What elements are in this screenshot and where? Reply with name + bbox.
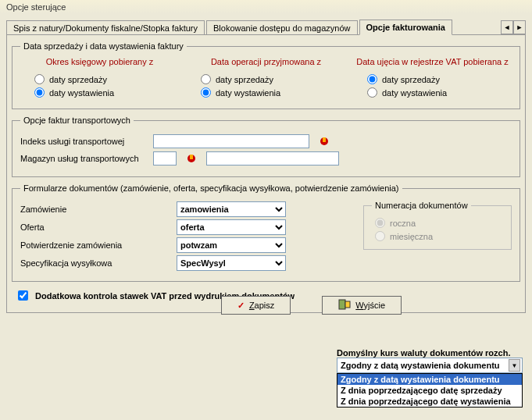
lookup-icon-2[interactable] (184, 151, 198, 166)
input-magazyn-uslug[interactable] (153, 151, 177, 166)
exit-button-label: Wyjście (355, 301, 385, 310)
label-zamowienie: Zamówienie (20, 205, 177, 214)
select-oferta[interactable]: oferta (177, 219, 286, 235)
radio-okres-sprz[interactable]: daty sprzedaży (34, 74, 179, 84)
col-head-operacji: Data operacji przyjmowana z (187, 57, 345, 66)
radio-oper-wyst[interactable]: daty wystawienia (201, 87, 345, 98)
tab-blokowanie[interactable]: Blokowanie dostępu do magazynów (206, 20, 358, 35)
exit-button[interactable]: Wyjście (322, 296, 402, 315)
check-icon: ✓ (237, 301, 245, 311)
combo-option-1[interactable]: Zgodny z datą wystawienia dokumentu (337, 374, 522, 385)
legend-formularze: Formularze dokumentów (zamówienie, ofert… (20, 183, 402, 193)
fieldset-numeracja: Numeracja dokumentów roczna miesięczna (363, 201, 512, 250)
select-zamowienie[interactable]: zamowienia (177, 201, 286, 217)
fieldset-data-sprzedazy: Data sprzedaży i data wystawienia faktur… (12, 41, 520, 109)
label-potwierdzenie: Potwierdzenie zamówienia (20, 240, 177, 250)
combo-domyslny-kurs[interactable]: Zgodny z datą wystawienia dokumentu ▼ (337, 358, 523, 373)
fieldset-transport: Opcje faktur transportowych Indeks usług… (12, 116, 520, 177)
input-magazyn-desc[interactable] (206, 151, 339, 166)
window-title: Opcje sterujące (0, 0, 532, 14)
radio-vat-wyst[interactable]: daty wystawienia (367, 87, 512, 98)
combo-option-2[interactable]: Z dnia poprzedzającego datę sprzedaży (337, 385, 522, 396)
legend-transport: Opcje faktur transportowych (20, 116, 134, 125)
radio-miesieczna: miesięczna (375, 231, 503, 241)
hand-icon (319, 136, 330, 147)
label-specyfikacja: Specyfikacja wysyłkowa (20, 258, 177, 268)
col-head-vat: Data ujęcia w rejestrze VAT pobierana z (353, 57, 512, 66)
radio-vat-sprz[interactable]: daty sprzedaży (367, 74, 512, 84)
tab-row: Spis z natury/Dokumenty fiskalne/Stopka … (6, 17, 526, 34)
input-indeks-uslugi[interactable] (153, 134, 309, 148)
label-indeks-uslugi: Indeks usługi transportowej (20, 137, 145, 146)
legend-numeracja: Numeracja dokumentów (372, 201, 471, 210)
combo-selected-text: Zgodny z datą wystawienia dokumentu (341, 361, 500, 370)
radio-oper-sprz[interactable]: daty sprzedaży (201, 74, 345, 84)
hand-icon (186, 153, 197, 164)
chevron-down-icon[interactable]: ▼ (509, 359, 520, 372)
radio-roczna: roczna (375, 218, 503, 228)
tab-spis[interactable]: Spis z natury/Dokumenty fiskalne/Stopka … (6, 20, 205, 35)
col-head-okres: Okres księgowy pobierany z (20, 57, 179, 66)
label-oferta: Oferta (20, 222, 177, 232)
svg-rect-1 (323, 137, 326, 142)
door-icon (338, 299, 351, 311)
label-magazyn-uslug: Magazyn usług transportowych (20, 154, 145, 163)
svg-rect-5 (345, 301, 350, 308)
svg-rect-3 (190, 155, 193, 159)
lookup-icon[interactable] (317, 134, 331, 148)
fieldset-formularze: Formularze dokumentów (zamówienie, ofert… (12, 183, 520, 282)
select-specyfikacja[interactable]: SpecWysyl (177, 255, 286, 271)
combo-dropdown: Zgodny z datą wystawienia dokumentu Z dn… (337, 373, 523, 408)
save-button[interactable]: ✓ Zapisz (221, 296, 291, 315)
radio-okres-wyst[interactable]: daty wystawienia (34, 87, 179, 98)
legend-data-sprzedazy: Data sprzedaży i data wystawienia faktur… (20, 41, 187, 51)
tab-opcje-fakturowania[interactable]: Opcje fakturowania (359, 20, 452, 35)
svg-rect-4 (339, 300, 345, 309)
tab-panel: Data sprzedaży i data wystawienia faktur… (6, 34, 526, 313)
tab-scroll-left[interactable]: ◄ (501, 20, 513, 34)
save-button-label: Zapisz (249, 301, 274, 310)
combo-option-3[interactable]: Z dnia poprzedzającego datę wystawienia (337, 396, 522, 407)
select-potwierdzenie[interactable]: potwzam (177, 237, 286, 253)
tab-scroll-right[interactable]: ► (513, 20, 526, 34)
label-domyslny-kurs: Domyślny kurs waluty dokumentów rozch. (337, 348, 523, 358)
